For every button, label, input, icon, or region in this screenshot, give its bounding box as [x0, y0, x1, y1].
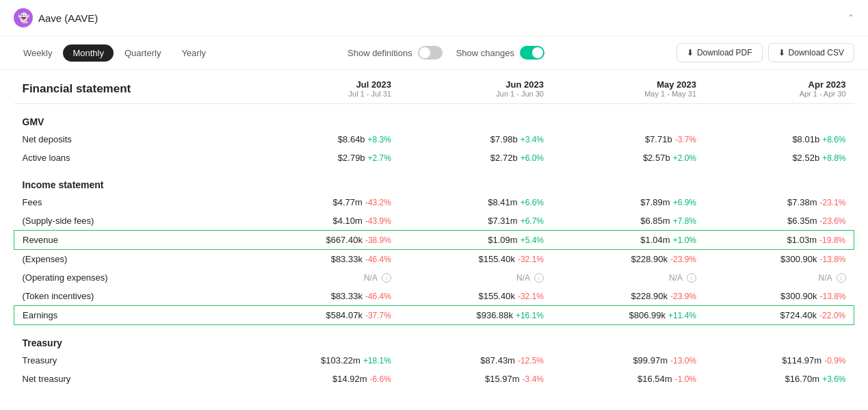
cell-value: $14.92m -6.6% — [241, 370, 399, 388]
cell-value: $155.40k -32.1% — [399, 287, 552, 306]
header-left: 👻 Aave (AAVE) — [14, 8, 98, 27]
financial-table: Financial statement Jul 2023 Jul 1 - Jul… — [14, 70, 854, 388]
table-row: Net deposits$8.64b +8.3%$7.98b +3.4%$7.7… — [14, 130, 854, 149]
table-row: Fees$4.77m -43.2%$8.41m +6.6%$7.89m +6.9… — [14, 193, 854, 212]
tab-weekly[interactable]: Weekly — [14, 44, 62, 62]
download-csv-icon: ⬇ — [778, 48, 785, 57]
info-icon[interactable]: i — [687, 273, 696, 283]
chevron-up-icon[interactable]: ⌃ — [847, 13, 854, 23]
cell-value: $16.54m -1.0% — [552, 370, 705, 388]
cell-value: $99.97m -13.0% — [552, 351, 705, 370]
cell-value: $8.01b +8.6% — [705, 130, 854, 149]
row-label: Earnings — [14, 306, 242, 325]
cell-value: $2.52b +8.8% — [705, 149, 854, 167]
cell-value: N/Ai — [399, 268, 552, 287]
cell-value: $155.40k -32.1% — [399, 250, 552, 269]
row-label: (Token incentives) — [14, 287, 242, 306]
col-header-jun2023: Jun 2023 Jun 1 - Jun 30 — [399, 70, 552, 104]
aave-logo: 👻 — [14, 8, 33, 27]
show-changes-toggle-group: Show changes — [456, 46, 544, 60]
row-label: Revenue — [14, 231, 242, 250]
tab-quarterly[interactable]: Quarterly — [115, 44, 170, 62]
cell-value: $15.97m -3.4% — [399, 370, 552, 388]
cell-value: $4.77m -43.2% — [241, 193, 399, 212]
cell-value: $7.31m +6.7% — [399, 212, 552, 231]
cell-value: $87.43m -12.5% — [399, 351, 552, 370]
cell-value: $83.33k -46.4% — [241, 250, 399, 269]
show-changes-label: Show changes — [456, 48, 514, 58]
tab-yearly[interactable]: Yearly — [172, 44, 215, 62]
info-icon[interactable]: i — [837, 273, 846, 283]
cell-value: N/Ai — [552, 268, 705, 287]
cell-value: $1.04m +1.0% — [552, 231, 705, 250]
col-header-label: Financial statement — [14, 70, 242, 104]
tab-monthly[interactable]: Monthly — [63, 44, 114, 62]
cell-value: $584.07k -37.7% — [241, 306, 399, 325]
row-label: Active loans — [14, 149, 242, 167]
cell-value: $8.41m +6.6% — [399, 193, 552, 212]
row-label: (Supply-side fees) — [14, 212, 242, 231]
cell-value: $114.97m -0.9% — [705, 351, 854, 370]
cell-value: N/Ai — [705, 268, 854, 287]
cell-value: $2.57b +2.0% — [552, 149, 705, 167]
row-label: Treasury — [14, 351, 242, 370]
cell-value: $7.98b +3.4% — [399, 130, 552, 149]
cell-value: $16.70m +3.6% — [705, 370, 854, 388]
cell-value: $667.40k -38.9% — [241, 231, 399, 250]
section-header-income-statement: Income statement — [14, 167, 854, 193]
download-pdf-icon: ⬇ — [687, 48, 694, 57]
cell-value: $7.71b -3.7% — [552, 130, 705, 149]
page-title: Aave (AAVE) — [38, 12, 98, 24]
cell-value: $2.72b +6.0% — [399, 149, 552, 167]
cell-value: $936.88k +16.1% — [399, 306, 552, 325]
header: 👻 Aave (AAVE) ⌃ — [0, 0, 868, 36]
download-pdf-button[interactable]: ⬇ Download PDF — [676, 43, 763, 62]
financial-table-container: Financial statement Jul 2023 Jul 1 - Jul… — [0, 70, 868, 388]
cell-value: $7.89m +6.9% — [552, 193, 705, 212]
cell-value: $8.64b +8.3% — [241, 130, 399, 149]
show-definitions-label: Show definitions — [347, 48, 412, 58]
table-row: (Token incentives)$83.33k -46.4%$155.40k… — [14, 287, 854, 306]
section-header-gmv: GMV — [14, 104, 854, 131]
cell-value: $83.33k -46.4% — [241, 287, 399, 306]
table-row: Net treasury$14.92m -6.6%$15.97m -3.4%$1… — [14, 370, 854, 388]
row-label: (Operating expenses) — [14, 268, 242, 287]
download-csv-button[interactable]: ⬇ Download CSV — [768, 43, 854, 62]
app-container: 👻 Aave (AAVE) ⌃ Weekly Monthly Quarterly… — [0, 0, 868, 410]
table-row: Active loans$2.79b +2.7%$2.72b +6.0%$2.5… — [14, 149, 854, 167]
cell-value: $300.90k -13.8% — [705, 287, 854, 306]
section-header-treasury: Treasury — [14, 325, 854, 352]
info-icon[interactable]: i — [534, 273, 544, 283]
cell-value: $1.09m +5.4% — [399, 231, 552, 250]
info-icon[interactable]: i — [382, 273, 391, 283]
table-row: Treasury$103.22m +18.1%$87.43m -12.5%$99… — [14, 351, 854, 370]
cell-value: $6.85m +7.8% — [552, 212, 705, 231]
col-header-may2023: May 2023 May 1 - May 31 — [552, 70, 705, 104]
cell-value: $4.10m -43.9% — [241, 212, 399, 231]
table-row: Earnings$584.07k -37.7%$936.88k +16.1%$8… — [14, 306, 854, 325]
col-header-jul2023: Jul 2023 Jul 1 - Jul 31 — [241, 70, 399, 104]
period-tabs: Weekly Monthly Quarterly Yearly — [14, 44, 215, 62]
row-label: (Expenses) — [14, 250, 242, 269]
cell-value: $806.99k +11.4% — [552, 306, 705, 325]
cell-value: $228.90k -23.9% — [552, 250, 705, 269]
show-definitions-toggle-group: Show definitions — [347, 46, 443, 60]
cell-value: $724.40k -22.0% — [705, 306, 854, 325]
toolbar-right: ⬇ Download PDF ⬇ Download CSV — [676, 43, 854, 62]
cell-value: N/Ai — [241, 268, 399, 287]
row-label: Fees — [14, 193, 242, 212]
row-label: Net treasury — [14, 370, 242, 388]
show-changes-toggle[interactable] — [520, 46, 544, 60]
cell-value: $228.90k -23.9% — [552, 287, 705, 306]
cell-value: $300.90k -13.8% — [705, 250, 854, 269]
show-definitions-toggle[interactable] — [418, 46, 443, 60]
toolbar: Weekly Monthly Quarterly Yearly Show def… — [0, 36, 868, 70]
cell-value: $6.35m -23.6% — [705, 212, 854, 231]
cell-value: $2.79b +2.7% — [241, 149, 399, 167]
table-row: Revenue$667.40k -38.9%$1.09m +5.4%$1.04m… — [14, 231, 854, 250]
cell-value: $7.38m -23.1% — [705, 193, 854, 212]
col-header-apr2023: Apr 2023 Apr 1 - Apr 30 — [705, 70, 854, 104]
toolbar-center: Show definitions Show changes — [347, 46, 544, 60]
table-row: (Supply-side fees)$4.10m -43.9%$7.31m +6… — [14, 212, 854, 231]
cell-value: $103.22m +18.1% — [241, 351, 399, 370]
